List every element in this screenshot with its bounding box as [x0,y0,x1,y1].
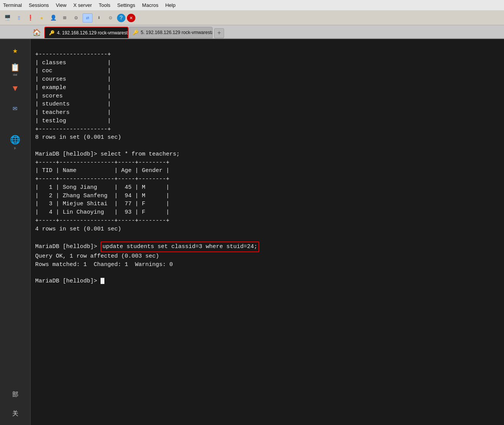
add-tab-button[interactable]: + [214,28,224,38]
sidebar-item-nav[interactable]: ▼ [6,80,25,97]
sidebar-kanji2-icon: 关 [12,410,18,418]
terminal-content[interactable]: +--------------------+ | classes | | coc… [31,39,504,425]
sidebar-nav-icon: ▼ [13,84,18,94]
toolbar: 🖥️ ⣿ ❗ ★ 👤 ⊞ ⚙ ⇄ ⬇ ⚙ ? ✕ [0,11,504,25]
toolbar-fork-icon[interactable]: ⚙ [71,13,81,23]
terminal-table-border-bot: +-----+----------------+-----+--------+ [35,217,169,224]
sidebar-mail-icon: ✉ [13,103,17,113]
menu-tools[interactable]: Tools [99,2,110,8]
terminal-line-8: | teachers | [35,109,111,116]
tab-4-label: 4. 192.168.126.129 rock-vmwarestat [57,30,128,36]
toolbar-alert-icon[interactable]: ❗ [25,13,35,23]
tab-5-label: 5. 192.168.126.129 rock-vmwarestatio [141,30,213,35]
sidebar-data-label: dat [13,73,17,76]
terminal-line-7: | students | [35,101,111,107]
update-cmd-highlight: update students set classid=3 where stui… [101,242,259,252]
toolbar-gear-icon[interactable]: ⚙ [106,13,115,23]
home-button[interactable]: 🏠 [31,27,43,38]
toolbar-user-icon[interactable]: 👤 [48,13,58,23]
terminal-line-5: | example | [35,84,111,91]
toolbar-grid-icon[interactable]: ⊞ [60,13,70,23]
sidebar-item-kanji2[interactable]: 关 [6,405,25,422]
menubar: Terminal Sessions View X server Tools Se… [0,0,504,11]
menu-macros[interactable]: Macros [142,2,159,8]
terminal-query-ok: Query OK, 1 row affected (0.003 sec) [35,253,159,260]
terminal-line-2: | classes | [35,60,111,66]
terminal-rows-msg2: 4 rows in set (0.001 sec) [35,226,121,232]
toolbar-dots-icon[interactable]: ⣿ [14,13,24,23]
terminal-prompt-final: MariaDB [hellodb]> [35,278,104,284]
terminal-table-border-top: +-----+----------------+-----+--------+ [35,159,169,166]
terminal-line-4: | courses | [35,76,111,83]
terminal-update-line: MariaDB [hellodb]> update students set c… [35,243,259,250]
sidebar: ★ 📋 dat ▼ ✉ 🌐 y, 部 关 [0,39,31,425]
menu-sessions[interactable]: Sessions [29,2,49,8]
sidebar-globe-icon: 🌐 [10,135,20,145]
main-area: ★ 📋 dat ▼ ✉ 🌐 y, 部 关 +------------------… [0,39,504,425]
tab-4[interactable]: 🔑 4. 192.168.126.129 rock-vmwarestat ✕ [44,27,128,38]
toolbar-download-icon[interactable]: ⬇ [94,13,104,23]
menu-settings[interactable]: Settings [117,2,135,8]
terminal-line-1: +--------------------+ [35,51,111,58]
toolbar-close-icon[interactable]: ✕ [127,14,135,22]
tab-5[interactable]: 🔑 5. 192.168.126.129 rock-vmwarestatio [128,27,213,38]
sidebar-kanji1-icon: 部 [12,391,18,399]
sidebar-item-mail[interactable]: ✉ [6,99,25,116]
terminal-line-10: +--------------------+ [35,126,111,133]
menu-xserver[interactable]: X server [73,2,92,8]
tab-5-icon: 🔑 [133,30,138,35]
terminal-select-cmd: MariaDB [hellodb]> select * from teacher… [35,151,180,157]
sidebar-star-icon: ★ [13,45,18,56]
terminal-table-row2: | 2 | Zhang Sanfeng | 94 | M | [35,193,169,199]
toolbar-help-icon[interactable]: ? [117,14,125,22]
sidebar-item-data[interactable]: 📋 dat [6,61,25,78]
terminal-rows-matched: Rows matched: 1 Changed: 1 Warnings: 0 [35,261,173,268]
menu-help[interactable]: Help [165,2,176,8]
terminal-table-header-sep: +-----+----------------+-----+--------+ [35,176,169,182]
terminal-rows-msg: 8 rows in set (0.001 sec) [35,134,121,141]
terminal-table-header: | TID | Name | Age | Gender | [35,167,169,174]
toolbar-monitor-icon[interactable]: 🖥️ [2,13,12,23]
terminal-line-9: | testlog | [35,118,111,124]
terminal-table-row1: | 1 | Song Jiang | 45 | M | [35,184,169,191]
terminal-table-row3: | 3 | Miejue Shitai | 77 | F | [35,201,169,207]
sidebar-item-kanji1[interactable]: 部 [6,386,25,403]
terminal-table-row4: | 4 | Lin Chaoying | 93 | F | [35,209,169,216]
menu-view[interactable]: View [56,2,67,8]
menu-terminal[interactable]: Terminal [3,2,22,8]
terminal-cursor [101,278,104,284]
toolbar-star-icon[interactable]: ★ [37,13,47,23]
sidebar-item-globe[interactable]: 🌐 y, [6,134,25,151]
sidebar-data-icon: 📋 [10,63,20,72]
terminal-line-3: | coc | [35,68,111,74]
tabbar: 🏠 🔑 4. 192.168.126.129 rock-vmwarestat ✕… [0,25,504,39]
toolbar-arrows-icon[interactable]: ⇄ [83,13,93,23]
terminal-line-6: | scores | [35,93,111,99]
sidebar-globe-label: y, [14,146,16,149]
tab-4-icon: 🔑 [49,30,55,36]
sidebar-item-star[interactable]: ★ [6,42,25,59]
